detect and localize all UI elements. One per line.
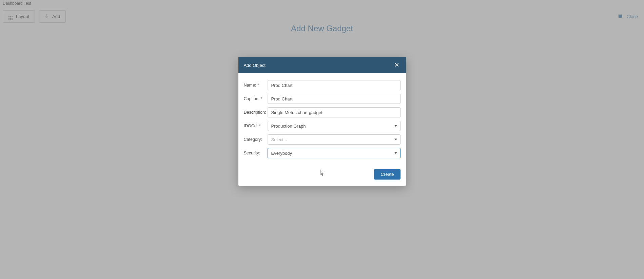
- category-label: Category:: [244, 137, 268, 142]
- name-label: Name: *: [244, 83, 268, 88]
- modal-header: Add Object: [238, 57, 406, 73]
- create-button[interactable]: Create: [374, 169, 400, 180]
- close-icon[interactable]: [393, 61, 401, 69]
- security-select[interactable]: Everybody: [268, 148, 401, 158]
- add-object-modal: Add Object Name: * Caption: * Descriptio…: [238, 57, 406, 186]
- security-label: Security:: [244, 151, 268, 155]
- modal-title: Add Object: [244, 63, 266, 68]
- category-select[interactable]: Select...: [268, 134, 401, 145]
- modal-body: Name: * Caption: * Description: IDOCd: *…: [238, 73, 406, 168]
- idocd-label: IDOCd: *: [244, 124, 268, 128]
- chevron-down-icon: [394, 152, 397, 154]
- security-value: Everybody: [271, 151, 292, 156]
- description-label: Description:: [244, 110, 268, 115]
- chevron-down-icon: [394, 139, 397, 141]
- caption-field[interactable]: [268, 94, 401, 104]
- chevron-down-icon: [394, 125, 397, 127]
- description-field[interactable]: [268, 107, 401, 117]
- name-field[interactable]: [268, 80, 401, 90]
- modal-footer: Create: [238, 168, 406, 186]
- caption-label: Caption: *: [244, 96, 268, 101]
- category-placeholder: Select...: [271, 137, 287, 142]
- idocd-select[interactable]: Production Graph: [268, 121, 401, 131]
- idocd-value: Production Graph: [271, 124, 306, 129]
